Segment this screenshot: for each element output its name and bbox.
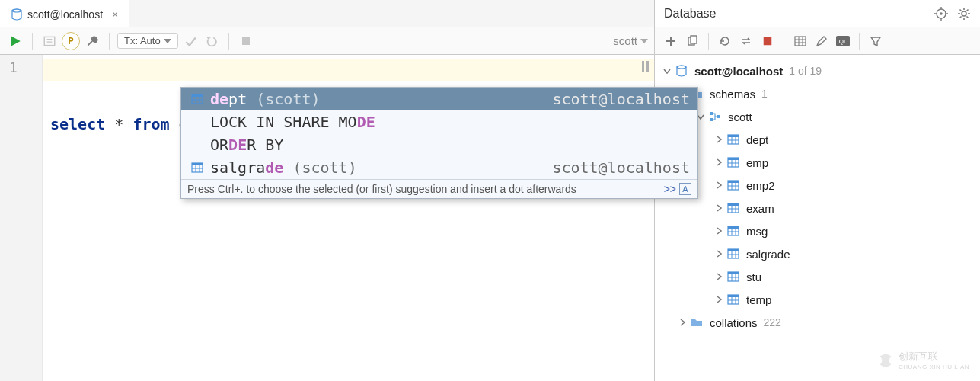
folder-icon	[690, 315, 704, 329]
database-panel-header: Database	[655, 0, 980, 27]
table-icon	[726, 247, 740, 261]
table-node[interactable]: emp	[658, 151, 977, 174]
table-label: dept	[746, 133, 768, 146]
table-node[interactable]: temp	[658, 288, 977, 311]
chevron-right-icon	[713, 248, 725, 260]
table-label: exam	[746, 202, 774, 215]
tx-mode-label: Tx: Auto	[124, 35, 161, 46]
schema-picker-label: scott	[613, 34, 637, 47]
autocomplete-item-label: LOCK IN SHARE MODE	[210, 113, 375, 131]
editor-tab-scott[interactable]: scott@localhost ×	[0, 0, 129, 27]
open-console-button[interactable]: QL	[833, 31, 853, 51]
svg-rect-35	[192, 94, 203, 97]
table-label: temp	[746, 293, 771, 306]
table-node[interactable]: msg	[658, 219, 977, 242]
separator	[32, 33, 33, 50]
close-icon[interactable]: ×	[112, 8, 118, 21]
table-icon	[189, 91, 206, 107]
svg-rect-33	[728, 295, 739, 297]
schemas-label: schemas	[710, 88, 755, 101]
watermark: 创新互联 CHUANG XIN HU LIAN	[877, 350, 969, 370]
explain-plan-button[interactable]	[40, 32, 59, 50]
chevron-right-icon	[713, 293, 725, 306]
svg-point-7	[962, 11, 966, 16]
blank-icon	[189, 114, 206, 130]
autocomplete-item-label: salgrade (scott)	[210, 158, 357, 177]
add-button[interactable]	[661, 31, 681, 51]
gutter: 1	[0, 55, 43, 381]
table-node[interactable]: stu	[658, 265, 977, 288]
pause-icon[interactable]	[642, 61, 650, 72]
autocomplete-item[interactable]: ORDER BY	[181, 133, 697, 156]
autocomplete-item[interactable]: salgrade (scott)scott@localhost	[181, 156, 697, 179]
table-label: stu	[746, 271, 761, 283]
separator	[109, 33, 110, 50]
autocomplete-item[interactable]: LOCK IN SHARE MODE	[181, 110, 697, 133]
autocomplete-item-source: scott@localhost	[552, 158, 690, 177]
sync-button[interactable]	[736, 31, 756, 51]
svg-rect-1	[44, 37, 55, 45]
table-node[interactable]: emp2	[658, 174, 977, 197]
collations-label: collations	[710, 316, 758, 329]
chevron-right-icon	[713, 156, 725, 168]
gear-icon[interactable]	[957, 7, 971, 21]
table-node[interactable]: dept	[658, 128, 977, 151]
svg-rect-17	[717, 115, 720, 118]
table-icon	[189, 159, 206, 176]
table-icon	[726, 293, 740, 306]
line-number: 1	[0, 59, 42, 81]
stop-button[interactable]	[758, 31, 777, 51]
svg-rect-4	[646, 61, 649, 72]
table-node[interactable]: exam	[658, 197, 977, 219]
settings-button[interactable]	[83, 32, 101, 50]
editor-tab-label: scott@localhost	[27, 8, 103, 21]
svg-rect-16	[710, 118, 713, 121]
autocomplete-popup[interactable]: dept (scott)scott@localhostLOCK IN SHARE…	[180, 87, 698, 199]
autocomplete-item-label: dept (scott)	[210, 90, 321, 108]
svg-rect-10	[764, 37, 772, 45]
table-view-button[interactable]	[790, 31, 810, 51]
svg-rect-37	[192, 163, 203, 165]
stop-button[interactable]	[237, 32, 255, 50]
chevron-down-icon	[164, 39, 171, 43]
duplicate-button[interactable]	[682, 31, 702, 51]
svg-rect-25	[728, 203, 739, 206]
svg-rect-15	[710, 112, 713, 115]
database-console-icon	[11, 8, 23, 21]
filter-button[interactable]	[866, 31, 886, 51]
schema-node[interactable]: scott	[658, 105, 977, 128]
table-icon	[726, 133, 740, 146]
chevron-right-icon	[713, 202, 725, 214]
tx-mode-dropdown[interactable]: Tx: Auto	[117, 33, 178, 49]
collations-node[interactable]: collations 222	[658, 311, 977, 334]
editor-toolbar: P Tx: Auto scott	[0, 27, 654, 55]
chevron-down-icon	[661, 65, 673, 77]
schema-icon	[708, 110, 722, 123]
chevron-right-icon	[713, 225, 725, 237]
commit-button[interactable]	[181, 32, 200, 50]
rollback-button[interactable]	[203, 32, 221, 50]
schema-picker[interactable]: scott	[613, 34, 648, 47]
svg-rect-9	[691, 36, 697, 43]
autocomplete-more-link[interactable]: >>	[664, 183, 676, 195]
parameters-button[interactable]: P	[62, 32, 80, 50]
current-line-highlight	[43, 59, 654, 81]
svg-rect-21	[728, 158, 739, 160]
target-icon[interactable]	[934, 7, 948, 21]
refresh-button[interactable]	[715, 31, 735, 51]
chevron-right-icon	[713, 271, 725, 283]
svg-rect-27	[728, 226, 739, 229]
datasource-label: scott@localhost	[694, 65, 783, 78]
chevron-down-icon	[640, 39, 648, 43]
autocomplete-item[interactable]: dept (scott)scott@localhost	[181, 88, 697, 110]
schemas-node[interactable]: schemas 1	[658, 82, 977, 105]
chevron-right-icon	[713, 133, 725, 146]
autocomplete-a-icon[interactable]: A	[679, 183, 691, 195]
table-node[interactable]: salgrade	[658, 242, 977, 265]
autocomplete-hint: Press Ctrl+. to choose the selected (or …	[181, 179, 697, 198]
run-button[interactable]	[6, 32, 24, 50]
database-tree[interactable]: scott@localhost 1 of 19 schemas 1 scott …	[655, 55, 980, 381]
datasource-node[interactable]: scott@localhost 1 of 19	[658, 59, 977, 82]
table-icon	[726, 178, 740, 192]
edit-button[interactable]	[812, 31, 832, 51]
